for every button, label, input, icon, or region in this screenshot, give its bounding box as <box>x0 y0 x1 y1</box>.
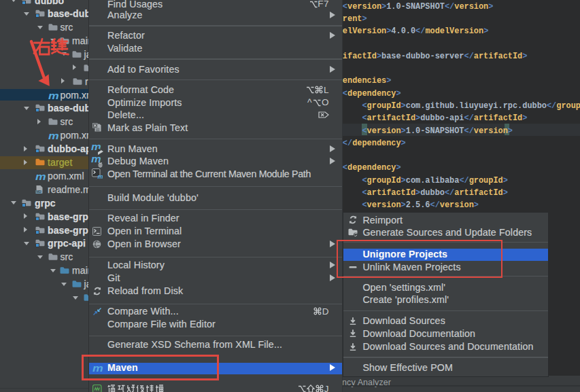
svg-text:m: m <box>97 173 103 179</box>
svg-text:MD: MD <box>37 190 42 194</box>
